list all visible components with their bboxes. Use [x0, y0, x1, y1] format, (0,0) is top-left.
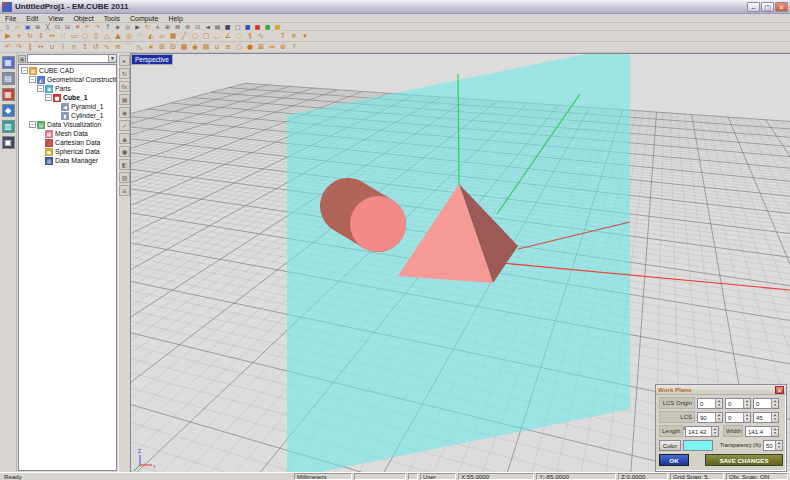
select-object-icon[interactable]: ▶ — [3, 31, 13, 41]
spinner-arrows[interactable]: ▴▾ — [743, 399, 750, 408]
lcs-origin-z-spinner[interactable]: 0 ▴▾ — [753, 398, 779, 409]
cone-icon[interactable]: △ — [102, 31, 112, 41]
properties-icon[interactable]: ≔ — [267, 42, 277, 52]
spiral-icon[interactable]: § — [245, 31, 255, 41]
module-po-icon[interactable]: ■ — [263, 23, 272, 31]
tree-item-pyramid-1[interactable]: ◀Pyramid_1 — [19, 102, 116, 111]
color-button[interactable]: Color — [659, 440, 681, 451]
tree-expander-icon[interactable]: − — [29, 121, 36, 128]
paste-icon[interactable]: ⊟ — [63, 23, 72, 31]
menu-file[interactable]: File — [0, 15, 21, 22]
tree-item-cylinder-1[interactable]: ▮Cylinder_1 — [19, 111, 116, 120]
show-object-icon[interactable]: ● — [245, 42, 255, 52]
lcs-rotation-z-value[interactable]: 45 — [754, 413, 771, 422]
ellipse-icon[interactable]: ◌ — [234, 31, 244, 41]
plate-icon[interactable]: ▱ — [157, 31, 167, 41]
context-help-icon[interactable]: ◈ — [113, 23, 122, 31]
sweep-icon[interactable]: ∿ — [102, 42, 112, 52]
mesh-view-icon[interactable]: ▦ — [119, 94, 130, 105]
tree-item-cube-1[interactable]: −■Cube_1 — [19, 93, 116, 102]
module-cubecad-icon[interactable]: ▦ — [2, 56, 15, 69]
mesh-surface-icon[interactable]: ▦ — [168, 31, 178, 41]
module-sim-icon[interactable]: ◆ — [2, 104, 15, 117]
module-data-icon[interactable]: ▥ — [2, 120, 15, 133]
menu-tools[interactable]: Tools — [99, 15, 125, 22]
tree-item-geometrical-construction[interactable]: −◭Geometrical Construction — [19, 75, 116, 84]
pyramid-icon[interactable]: ▲ — [113, 31, 123, 41]
lcs-rotation-y-spinner[interactable]: 0 ▴▾ — [725, 412, 751, 423]
cylinder-face[interactable] — [350, 196, 406, 252]
lcs-rotation-x-spinner[interactable]: 90 ▴▾ — [697, 412, 723, 423]
redo-view-icon[interactable]: ↷ — [14, 42, 24, 52]
boolean-union-icon[interactable]: ∪ — [47, 42, 57, 52]
tree-item-data-visualization[interactable]: −▤Data Visualization — [19, 120, 116, 129]
save-icon[interactable]: ▣ — [23, 23, 32, 31]
fillet-icon[interactable]: ⌒ — [124, 42, 134, 52]
zoom-in-icon[interactable]: ⊕ — [163, 23, 172, 31]
point-icon[interactable]: · — [267, 31, 277, 41]
explode-icon[interactable]: ∗ — [146, 42, 156, 52]
polyline-icon[interactable]: ∠ — [223, 31, 233, 41]
menu-help[interactable]: Help — [163, 15, 187, 22]
ok-button[interactable]: OK — [659, 454, 689, 466]
geometry-icon[interactable]: ▲ — [119, 133, 130, 144]
cylinder-object[interactable] — [348, 196, 406, 252]
units-icon[interactable]: u — [212, 42, 222, 52]
module-planar-icon[interactable]: ■ — [253, 23, 262, 31]
module-em-icon[interactable]: ▦ — [2, 88, 15, 101]
pointer-icon[interactable]: ▸ — [119, 55, 130, 66]
boolean-subtract-icon[interactable]: ∖ — [58, 42, 68, 52]
named-views-icon[interactable]: ▤ — [213, 23, 222, 31]
help-icon[interactable]: ? — [103, 23, 112, 31]
cylinder-icon[interactable]: ▯ — [91, 31, 101, 41]
length-spinner[interactable]: 141.42 ▴▾ — [685, 426, 719, 437]
undo-view-icon[interactable]: ↶ — [3, 42, 13, 52]
module-cad-icon[interactable]: ■ — [273, 23, 282, 31]
select-icon[interactable]: ▶ — [133, 23, 142, 31]
spinner-arrows[interactable]: ▴▾ — [775, 441, 782, 450]
extrude-icon[interactable]: ↥ — [80, 42, 90, 52]
lcs-origin-y-value[interactable]: 0 — [726, 399, 743, 408]
length-value[interactable]: 141.42 — [686, 427, 711, 436]
close-button[interactable]: ✕ — [775, 2, 788, 12]
tree-item-mesh-data[interactable]: ▦Mesh Data — [19, 129, 116, 138]
tree-expander-icon[interactable]: − — [45, 94, 52, 101]
hatch-icon[interactable]: ▧ — [119, 172, 130, 183]
width-spinner[interactable]: 141.4 ▴▾ — [745, 426, 779, 437]
orbit-icon[interactable]: ↻ — [143, 23, 152, 31]
apply-icon[interactable]: ✓ — [119, 120, 130, 131]
tree-item-cartesian-data[interactable]: ∴Cartesian Data — [19, 138, 116, 147]
open-icon[interactable]: ▱ — [13, 23, 22, 31]
more-shapes-icon[interactable]: ▾ — [300, 31, 310, 41]
panel-icon[interactable]: ▣ — [18, 55, 26, 63]
transparency-spinner[interactable]: 50 ▴▾ — [763, 440, 783, 451]
section-view-icon[interactable]: ◧ — [119, 159, 130, 170]
lcs-origin-y-spinner[interactable]: 0 ▴▾ — [725, 398, 751, 409]
layers-icon[interactable]: ≡ — [223, 42, 233, 52]
render-solid-icon[interactable]: ■ — [223, 23, 232, 31]
minimize-button[interactable]: – — [747, 2, 760, 12]
undo-icon[interactable]: ↶ — [83, 23, 92, 31]
grid-settings-icon[interactable]: ▤ — [201, 42, 211, 52]
spinner-arrows[interactable]: ▴▾ — [771, 413, 778, 422]
object-list-icon[interactable]: ≡ — [119, 185, 130, 196]
save-changes-button[interactable]: SAVE CHANGES — [705, 454, 783, 466]
line-icon[interactable]: ╱ — [179, 31, 189, 41]
sphere-icon[interactable]: ○ — [80, 31, 90, 41]
spinner-arrows[interactable]: ▴▾ — [715, 413, 722, 422]
move-icon[interactable]: + — [14, 31, 24, 41]
dimension-icon[interactable]: ↔ — [36, 42, 46, 52]
group-icon[interactable]: ⊞ — [157, 42, 167, 52]
lcs-rotation-z-spinner[interactable]: 45 ▴▾ — [753, 412, 779, 423]
lcs-origin-x-spinner[interactable]: 0 ▴▾ — [697, 398, 723, 409]
project-combo[interactable]: ▼ — [27, 54, 117, 63]
spinner-arrows[interactable]: ▴▾ — [771, 427, 778, 436]
arc-icon[interactable]: ◡ — [212, 31, 222, 41]
array-icon[interactable]: ∷ — [58, 31, 68, 41]
delete-icon[interactable]: ✕ — [73, 23, 82, 31]
prism-icon[interactable]: ◭ — [146, 31, 156, 41]
box-icon[interactable]: ▭ — [69, 31, 79, 41]
viewport-3d[interactable]: Zxy Perspective Work Plane ✕ LCS Origin … — [131, 53, 790, 472]
dialog-close-icon[interactable]: ✕ — [775, 386, 784, 394]
maximize-button[interactable]: ▢ — [761, 2, 774, 12]
